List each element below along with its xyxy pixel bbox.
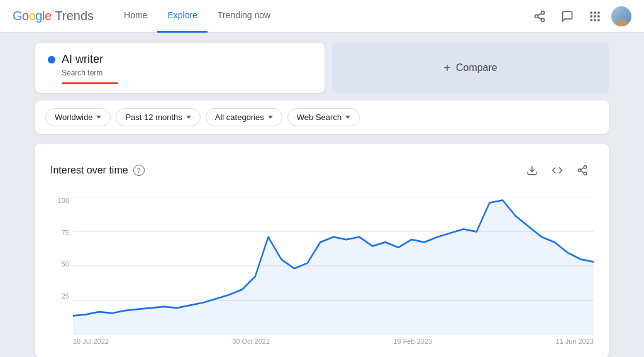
svg-line-18: [580, 171, 584, 173]
chart-title: Interest over time: [50, 165, 128, 176]
search-term-type: Search term: [62, 69, 312, 77]
svg-point-15: [584, 166, 587, 169]
svg-rect-13: [597, 19, 599, 21]
compare-inner: + Compare: [443, 61, 497, 75]
svg-rect-7: [597, 11, 599, 13]
y-label-25: 25: [62, 292, 69, 300]
y-label-100: 100: [58, 197, 69, 204]
y-label-75: 75: [62, 229, 69, 236]
svg-line-3: [538, 17, 541, 19]
search-term-text: AI writer: [62, 53, 103, 66]
chevron-down-icon: [268, 116, 273, 119]
compare-label: Compare: [456, 62, 497, 74]
svg-line-4: [538, 13, 541, 15]
header-actions: [528, 5, 631, 28]
x-label-oct: 30 Oct 2022: [232, 338, 270, 345]
compare-card[interactable]: + Compare: [332, 43, 609, 93]
chevron-down-icon: [96, 116, 101, 119]
x-axis: 10 Jul 2022 30 Oct 2022 19 Feb 2023 11 J…: [73, 338, 594, 345]
svg-point-0: [541, 11, 545, 14]
chart-area: 100 75 50 25 0: [50, 197, 594, 345]
x-label-jun: 11 Jun 2023: [555, 338, 594, 345]
svg-point-1: [535, 14, 538, 18]
trends-wordmark: Trends: [55, 9, 94, 23]
header: Google Trends Home Explore Trending now: [0, 0, 644, 33]
search-section: AI writer Search term + Compare: [35, 43, 609, 93]
svg-point-2: [541, 18, 545, 21]
chart-header: Interest over time ?: [50, 159, 594, 182]
main-content: AI writer Search term + Compare Worldwid…: [0, 33, 644, 357]
filters-bar: Worldwide Past 12 months All categories …: [35, 101, 609, 134]
svg-rect-10: [597, 15, 599, 17]
svg-line-19: [580, 168, 584, 170]
svg-rect-12: [594, 19, 596, 21]
y-label-50: 50: [62, 260, 69, 268]
chat-icon-button[interactable]: [556, 5, 579, 28]
nav-explore[interactable]: Explore: [157, 0, 207, 33]
download-button[interactable]: [521, 159, 543, 182]
embed-button[interactable]: [546, 159, 569, 182]
compare-plus-icon: +: [443, 61, 451, 75]
svg-rect-8: [591, 15, 592, 17]
chart-title-area: Interest over time ?: [50, 165, 145, 176]
main-nav: Home Explore Trending now: [114, 0, 528, 33]
filter-time[interactable]: Past 12 months: [116, 108, 200, 126]
svg-rect-11: [591, 19, 592, 21]
chart-plot: 10 Jul 2022 30 Oct 2022 19 Feb 2023 11 J…: [73, 197, 594, 345]
logo[interactable]: Google Trends: [13, 9, 94, 23]
term-color-dot: [48, 56, 55, 63]
chart-svg: [73, 197, 594, 335]
share-chart-button[interactable]: [571, 159, 594, 182]
svg-point-16: [578, 169, 581, 172]
nav-home[interactable]: Home: [114, 0, 157, 33]
chart-card: Interest over time ?: [35, 144, 609, 357]
filter-region[interactable]: Worldwide: [45, 108, 111, 126]
x-label-feb: 19 Feb 2023: [393, 338, 432, 345]
filter-category[interactable]: All categories: [206, 108, 282, 126]
filter-type[interactable]: Web Search: [287, 108, 360, 126]
x-label-jul: 10 Jul 2022: [73, 338, 109, 345]
svg-point-17: [584, 172, 587, 175]
search-term-card: AI writer Search term: [35, 43, 325, 93]
svg-rect-5: [591, 11, 592, 13]
chevron-down-icon: [345, 116, 350, 119]
help-icon[interactable]: ?: [133, 165, 145, 176]
google-wordmark: Google: [13, 9, 52, 23]
search-term-header: AI writer: [48, 53, 312, 66]
search-term-underline: [62, 82, 118, 84]
nav-trending[interactable]: Trending now: [208, 0, 280, 33]
chevron-down-icon: [186, 116, 191, 119]
svg-rect-9: [594, 15, 596, 17]
svg-rect-6: [594, 11, 596, 13]
avatar[interactable]: [611, 6, 631, 26]
chart-actions: [521, 159, 594, 182]
share-icon-button[interactable]: [528, 5, 551, 28]
apps-icon-button[interactable]: [584, 5, 606, 28]
